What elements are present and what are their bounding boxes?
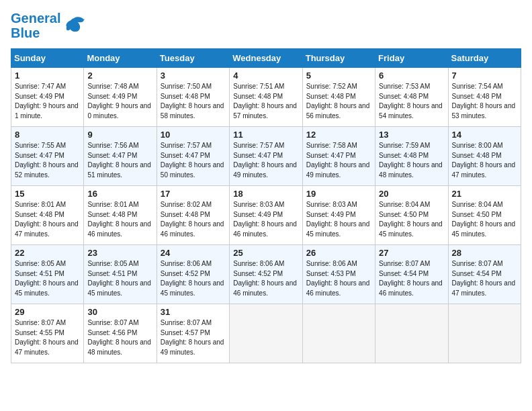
calendar-cell xyxy=(302,304,375,363)
day-number: 22 xyxy=(15,248,80,258)
day-info: Sunrise: 7:50 AMSunset: 4:48 PMDaylight:… xyxy=(161,83,224,120)
calendar-cell: 17 Sunrise: 8:02 AMSunset: 4:48 PMDaylig… xyxy=(157,186,229,245)
column-header-wednesday: Wednesday xyxy=(230,49,302,68)
day-info: Sunrise: 7:56 AMSunset: 4:47 PMDaylight:… xyxy=(87,142,151,179)
day-number: 13 xyxy=(379,130,444,140)
logo-bird-icon xyxy=(62,13,86,38)
day-number: 18 xyxy=(233,189,298,199)
day-info: Sunrise: 8:05 AMSunset: 4:51 PMDaylight:… xyxy=(87,260,151,297)
day-info: Sunrise: 7:59 AMSunset: 4:48 PMDaylight:… xyxy=(379,142,443,179)
day-info: Sunrise: 8:06 AMSunset: 4:53 PMDaylight:… xyxy=(306,260,370,297)
calendar-week-row: 29 Sunrise: 8:07 AMSunset: 4:55 PMDaylig… xyxy=(11,304,521,363)
calendar-cell: 22 Sunrise: 8:05 AMSunset: 4:51 PMDaylig… xyxy=(11,245,84,304)
day-info: Sunrise: 7:57 AMSunset: 4:47 PMDaylight:… xyxy=(161,142,224,179)
day-number: 25 xyxy=(233,248,298,258)
day-info: Sunrise: 8:07 AMSunset: 4:55 PMDaylight:… xyxy=(15,319,79,356)
calendar-cell: 28 Sunrise: 8:07 AMSunset: 4:54 PMDaylig… xyxy=(448,245,521,304)
day-number: 17 xyxy=(161,189,226,199)
day-number: 23 xyxy=(87,248,152,258)
day-number: 24 xyxy=(161,248,226,258)
column-header-sunday: Sunday xyxy=(11,49,84,68)
day-info: Sunrise: 8:04 AMSunset: 4:50 PMDaylight:… xyxy=(379,201,443,238)
day-info: Sunrise: 8:07 AMSunset: 4:54 PMDaylight:… xyxy=(452,260,516,297)
day-info: Sunrise: 8:02 AMSunset: 4:48 PMDaylight:… xyxy=(161,201,224,238)
calendar-cell: 19 Sunrise: 8:03 AMSunset: 4:49 PMDaylig… xyxy=(302,186,375,245)
calendar-cell: 18 Sunrise: 8:03 AMSunset: 4:49 PMDaylig… xyxy=(230,186,302,245)
day-number: 28 xyxy=(452,248,517,258)
day-info: Sunrise: 8:00 AMSunset: 4:48 PMDaylight:… xyxy=(452,142,516,179)
day-number: 8 xyxy=(15,130,80,140)
day-info: Sunrise: 8:03 AMSunset: 4:49 PMDaylight:… xyxy=(306,201,370,238)
logo: GeneralBlue xyxy=(11,11,86,40)
day-info: Sunrise: 7:55 AMSunset: 4:47 PMDaylight:… xyxy=(15,142,79,179)
calendar-week-row: 15 Sunrise: 8:01 AMSunset: 4:48 PMDaylig… xyxy=(11,186,521,245)
calendar-cell xyxy=(375,304,448,363)
day-info: Sunrise: 8:07 AMSunset: 4:57 PMDaylight:… xyxy=(161,319,224,356)
page-header: GeneralBlue xyxy=(11,11,521,40)
day-number: 29 xyxy=(15,307,80,317)
day-info: Sunrise: 7:53 AMSunset: 4:48 PMDaylight:… xyxy=(379,83,443,120)
calendar-cell: 23 Sunrise: 8:05 AMSunset: 4:51 PMDaylig… xyxy=(84,245,157,304)
day-info: Sunrise: 7:54 AMSunset: 4:48 PMDaylight:… xyxy=(452,83,516,120)
day-number: 27 xyxy=(379,248,444,258)
day-number: 14 xyxy=(452,130,517,140)
calendar-week-row: 1 Sunrise: 7:47 AMSunset: 4:49 PMDayligh… xyxy=(11,68,521,127)
day-number: 30 xyxy=(87,307,152,317)
column-header-tuesday: Tuesday xyxy=(157,49,229,68)
calendar-cell: 15 Sunrise: 8:01 AMSunset: 4:48 PMDaylig… xyxy=(11,186,84,245)
day-number: 4 xyxy=(233,71,298,81)
day-number: 5 xyxy=(306,71,371,81)
day-number: 16 xyxy=(87,189,152,199)
calendar-cell xyxy=(448,304,521,363)
calendar-cell: 10 Sunrise: 7:57 AMSunset: 4:47 PMDaylig… xyxy=(157,127,229,186)
day-info: Sunrise: 8:06 AMSunset: 4:52 PMDaylight:… xyxy=(233,260,297,297)
calendar-cell: 24 Sunrise: 8:06 AMSunset: 4:52 PMDaylig… xyxy=(157,245,229,304)
day-number: 7 xyxy=(452,71,517,81)
day-info: Sunrise: 8:04 AMSunset: 4:50 PMDaylight:… xyxy=(452,201,516,238)
calendar-cell: 20 Sunrise: 8:04 AMSunset: 4:50 PMDaylig… xyxy=(375,186,448,245)
day-info: Sunrise: 8:05 AMSunset: 4:51 PMDaylight:… xyxy=(15,260,79,297)
calendar-cell: 4 Sunrise: 7:51 AMSunset: 4:48 PMDayligh… xyxy=(230,68,302,127)
calendar-cell: 25 Sunrise: 8:06 AMSunset: 4:52 PMDaylig… xyxy=(230,245,302,304)
calendar-cell: 11 Sunrise: 7:57 AMSunset: 4:47 PMDaylig… xyxy=(230,127,302,186)
calendar-cell: 8 Sunrise: 7:55 AMSunset: 4:47 PMDayligh… xyxy=(11,127,84,186)
day-number: 15 xyxy=(15,189,80,199)
day-number: 11 xyxy=(233,130,298,140)
day-number: 10 xyxy=(161,130,226,140)
calendar-week-row: 22 Sunrise: 8:05 AMSunset: 4:51 PMDaylig… xyxy=(11,245,521,304)
logo-text: GeneralBlue xyxy=(11,11,60,40)
day-number: 3 xyxy=(161,71,226,81)
calendar-cell: 26 Sunrise: 8:06 AMSunset: 4:53 PMDaylig… xyxy=(302,245,375,304)
calendar-table: SundayMondayTuesdayWednesdayThursdayFrid… xyxy=(11,48,521,363)
day-info: Sunrise: 7:51 AMSunset: 4:48 PMDaylight:… xyxy=(233,83,297,120)
day-number: 9 xyxy=(87,130,152,140)
column-header-monday: Monday xyxy=(84,49,157,68)
day-info: Sunrise: 7:57 AMSunset: 4:47 PMDaylight:… xyxy=(233,142,297,179)
calendar-cell: 13 Sunrise: 7:59 AMSunset: 4:48 PMDaylig… xyxy=(375,127,448,186)
day-number: 26 xyxy=(306,248,371,258)
calendar-cell: 1 Sunrise: 7:47 AMSunset: 4:49 PMDayligh… xyxy=(11,68,84,127)
day-info: Sunrise: 8:03 AMSunset: 4:49 PMDaylight:… xyxy=(233,201,297,238)
column-header-thursday: Thursday xyxy=(302,49,375,68)
calendar-cell: 2 Sunrise: 7:48 AMSunset: 4:49 PMDayligh… xyxy=(84,68,157,127)
day-number: 19 xyxy=(306,189,371,199)
calendar-cell: 9 Sunrise: 7:56 AMSunset: 4:47 PMDayligh… xyxy=(84,127,157,186)
day-number: 31 xyxy=(161,307,226,317)
calendar-cell: 30 Sunrise: 8:07 AMSunset: 4:56 PMDaylig… xyxy=(84,304,157,363)
column-header-friday: Friday xyxy=(375,49,448,68)
calendar-cell: 3 Sunrise: 7:50 AMSunset: 4:48 PMDayligh… xyxy=(157,68,229,127)
calendar-cell: 29 Sunrise: 8:07 AMSunset: 4:55 PMDaylig… xyxy=(11,304,84,363)
day-info: Sunrise: 8:01 AMSunset: 4:48 PMDaylight:… xyxy=(15,201,79,238)
calendar-cell: 12 Sunrise: 7:58 AMSunset: 4:47 PMDaylig… xyxy=(302,127,375,186)
calendar-cell: 7 Sunrise: 7:54 AMSunset: 4:48 PMDayligh… xyxy=(448,68,521,127)
day-info: Sunrise: 8:07 AMSunset: 4:56 PMDaylight:… xyxy=(87,319,151,356)
calendar-cell: 31 Sunrise: 8:07 AMSunset: 4:57 PMDaylig… xyxy=(157,304,229,363)
calendar-cell: 5 Sunrise: 7:52 AMSunset: 4:48 PMDayligh… xyxy=(302,68,375,127)
day-info: Sunrise: 8:07 AMSunset: 4:54 PMDaylight:… xyxy=(379,260,443,297)
day-number: 21 xyxy=(452,189,517,199)
day-info: Sunrise: 8:01 AMSunset: 4:48 PMDaylight:… xyxy=(87,201,151,238)
day-info: Sunrise: 7:58 AMSunset: 4:47 PMDaylight:… xyxy=(306,142,370,179)
calendar-week-row: 8 Sunrise: 7:55 AMSunset: 4:47 PMDayligh… xyxy=(11,127,521,186)
calendar-cell: 6 Sunrise: 7:53 AMSunset: 4:48 PMDayligh… xyxy=(375,68,448,127)
calendar-header-row: SundayMondayTuesdayWednesdayThursdayFrid… xyxy=(11,49,521,68)
